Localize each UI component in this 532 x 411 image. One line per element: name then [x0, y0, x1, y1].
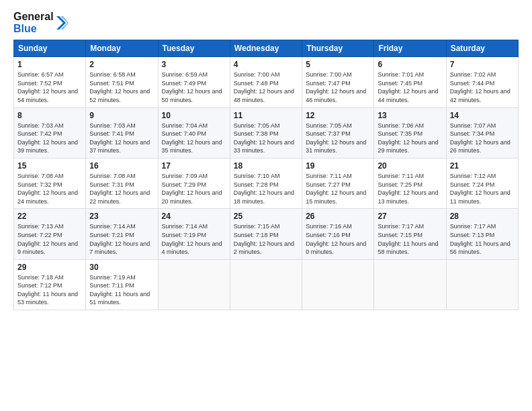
header-sunday: Sunday [14, 40, 86, 57]
day-info: Sunrise: 7:05 AMSunset: 7:38 PMDaylight:… [234, 122, 298, 155]
table-row: 18 Sunrise: 7:10 AMSunset: 7:28 PMDaylig… [230, 158, 302, 208]
table-row: 21 Sunrise: 7:12 AMSunset: 7:24 PMDaylig… [446, 158, 518, 208]
day-info: Sunrise: 7:01 AMSunset: 7:45 PMDaylight:… [378, 71, 442, 104]
day-info: Sunrise: 7:03 AMSunset: 7:41 PMDaylight:… [89, 122, 154, 155]
day-info: Sunrise: 7:08 AMSunset: 7:31 PMDaylight:… [89, 172, 154, 205]
logo-chevron-icon [56, 13, 69, 32]
calendar-week-row: 22 Sunrise: 7:13 AMSunset: 7:22 PMDaylig… [14, 209, 519, 259]
logo: General Blue [13, 11, 69, 34]
table-row: 17 Sunrise: 7:09 AMSunset: 7:29 PMDaylig… [158, 158, 230, 208]
header-wednesday: Wednesday [230, 40, 302, 57]
day-number: 10 [162, 111, 226, 120]
day-number: 2 [89, 60, 154, 69]
logo-general-text: General [13, 11, 54, 23]
day-info: Sunrise: 7:16 AMSunset: 7:16 PMDaylight:… [306, 222, 370, 256]
table-row [374, 259, 446, 310]
calendar-table: Sunday Monday Tuesday Wednesday Thursday… [13, 40, 519, 310]
day-info: Sunrise: 7:05 AMSunset: 7:37 PMDaylight:… [306, 122, 370, 155]
day-info: Sunrise: 7:04 AMSunset: 7:40 PMDaylight:… [162, 122, 226, 155]
table-row: 29 Sunrise: 7:18 AMSunset: 7:12 PMDaylig… [14, 259, 86, 310]
day-info: Sunrise: 7:11 AMSunset: 7:25 PMDaylight:… [378, 172, 442, 205]
weekday-header-row: Sunday Monday Tuesday Wednesday Thursday… [14, 40, 519, 57]
table-row: 13 Sunrise: 7:06 AMSunset: 7:35 PMDaylig… [374, 107, 446, 158]
table-row: 8 Sunrise: 7:03 AMSunset: 7:42 PMDayligh… [14, 107, 86, 158]
logo-blue-text: Blue [13, 23, 54, 35]
day-number: 21 [450, 161, 515, 171]
day-number: 28 [450, 212, 515, 221]
calendar-week-row: 1 Sunrise: 6:57 AMSunset: 7:52 PMDayligh… [14, 57, 519, 107]
day-info: Sunrise: 7:10 AMSunset: 7:28 PMDaylight:… [234, 172, 298, 205]
table-row: 5 Sunrise: 7:00 AMSunset: 7:47 PMDayligh… [302, 57, 374, 107]
day-number: 9 [89, 111, 154, 120]
header-tuesday: Tuesday [158, 40, 230, 57]
day-number: 12 [306, 111, 370, 120]
table-row: 28 Sunrise: 7:17 AMSunset: 7:13 PMDaylig… [446, 209, 518, 259]
page: General Blue Sunday Monday Tuesday Wedne… [0, 0, 532, 411]
table-row: 16 Sunrise: 7:08 AMSunset: 7:31 PMDaylig… [86, 158, 158, 208]
table-row: 30 Sunrise: 7:19 AMSunset: 7:11 PMDaylig… [86, 259, 158, 310]
day-number: 30 [89, 263, 154, 272]
table-row: 26 Sunrise: 7:16 AMSunset: 7:16 PMDaylig… [302, 209, 374, 259]
day-info: Sunrise: 7:15 AMSunset: 7:18 PMDaylight:… [234, 222, 298, 256]
table-row: 15 Sunrise: 7:08 AMSunset: 7:32 PMDaylig… [14, 158, 86, 208]
day-info: Sunrise: 7:08 AMSunset: 7:32 PMDaylight:… [17, 172, 82, 205]
day-number: 23 [89, 212, 154, 221]
table-row: 24 Sunrise: 7:14 AMSunset: 7:19 PMDaylig… [158, 209, 230, 259]
table-row [446, 259, 518, 310]
day-info: Sunrise: 7:14 AMSunset: 7:21 PMDaylight:… [89, 222, 154, 256]
day-number: 8 [17, 111, 82, 120]
table-row: 6 Sunrise: 7:01 AMSunset: 7:45 PMDayligh… [374, 57, 446, 107]
logo-wrapper: General Blue [13, 11, 69, 34]
table-row [158, 259, 230, 310]
day-info: Sunrise: 7:12 AMSunset: 7:24 PMDaylight:… [450, 172, 515, 205]
table-row: 20 Sunrise: 7:11 AMSunset: 7:25 PMDaylig… [374, 158, 446, 208]
day-number: 26 [306, 212, 370, 221]
day-number: 20 [378, 161, 442, 171]
header-saturday: Saturday [446, 40, 518, 57]
day-number: 5 [306, 60, 370, 69]
day-number: 1 [17, 60, 82, 69]
table-row: 10 Sunrise: 7:04 AMSunset: 7:40 PMDaylig… [158, 107, 230, 158]
day-info: Sunrise: 7:18 AMSunset: 7:12 PMDaylight:… [17, 273, 82, 307]
calendar-week-row: 15 Sunrise: 7:08 AMSunset: 7:32 PMDaylig… [14, 158, 519, 208]
table-row: 25 Sunrise: 7:15 AMSunset: 7:18 PMDaylig… [230, 209, 302, 259]
day-number: 19 [306, 161, 370, 171]
day-info: Sunrise: 7:07 AMSunset: 7:34 PMDaylight:… [450, 122, 515, 155]
header-friday: Friday [374, 40, 446, 57]
table-row: 9 Sunrise: 7:03 AMSunset: 7:41 PMDayligh… [86, 107, 158, 158]
day-number: 4 [234, 60, 298, 69]
table-row: 14 Sunrise: 7:07 AMSunset: 7:34 PMDaylig… [446, 107, 518, 158]
table-row: 3 Sunrise: 6:59 AMSunset: 7:49 PMDayligh… [158, 57, 230, 107]
table-row: 23 Sunrise: 7:14 AMSunset: 7:21 PMDaylig… [86, 209, 158, 259]
day-number: 13 [378, 111, 442, 120]
day-number: 17 [162, 161, 226, 171]
day-info: Sunrise: 6:57 AMSunset: 7:52 PMDaylight:… [17, 71, 82, 104]
day-info: Sunrise: 7:03 AMSunset: 7:42 PMDaylight:… [17, 122, 82, 155]
day-number: 16 [89, 161, 154, 171]
header: General Blue [13, 11, 519, 34]
table-row: 27 Sunrise: 7:17 AMSunset: 7:15 PMDaylig… [374, 209, 446, 259]
day-info: Sunrise: 6:59 AMSunset: 7:49 PMDaylight:… [162, 71, 226, 104]
table-row: 7 Sunrise: 7:02 AMSunset: 7:44 PMDayligh… [446, 57, 518, 107]
day-number: 3 [162, 60, 226, 69]
day-info: Sunrise: 7:00 AMSunset: 7:48 PMDaylight:… [234, 71, 298, 104]
day-info: Sunrise: 7:17 AMSunset: 7:13 PMDaylight:… [450, 222, 515, 256]
calendar-week-row: 8 Sunrise: 7:03 AMSunset: 7:42 PMDayligh… [14, 107, 519, 158]
day-info: Sunrise: 7:09 AMSunset: 7:29 PMDaylight:… [162, 172, 226, 205]
table-row: 4 Sunrise: 7:00 AMSunset: 7:48 PMDayligh… [230, 57, 302, 107]
day-number: 11 [234, 111, 298, 120]
day-info: Sunrise: 7:13 AMSunset: 7:22 PMDaylight:… [17, 222, 82, 256]
table-row: 1 Sunrise: 6:57 AMSunset: 7:52 PMDayligh… [14, 57, 86, 107]
day-info: Sunrise: 7:17 AMSunset: 7:15 PMDaylight:… [378, 222, 442, 256]
day-info: Sunrise: 7:14 AMSunset: 7:19 PMDaylight:… [162, 222, 226, 256]
table-row: 2 Sunrise: 6:58 AMSunset: 7:51 PMDayligh… [86, 57, 158, 107]
table-row: 11 Sunrise: 7:05 AMSunset: 7:38 PMDaylig… [230, 107, 302, 158]
day-info: Sunrise: 7:06 AMSunset: 7:35 PMDaylight:… [378, 122, 442, 155]
table-row: 12 Sunrise: 7:05 AMSunset: 7:37 PMDaylig… [302, 107, 374, 158]
calendar-week-row: 29 Sunrise: 7:18 AMSunset: 7:12 PMDaylig… [14, 259, 519, 310]
day-number: 6 [378, 60, 442, 69]
table-row: 22 Sunrise: 7:13 AMSunset: 7:22 PMDaylig… [14, 209, 86, 259]
day-number: 25 [234, 212, 298, 221]
day-info: Sunrise: 7:11 AMSunset: 7:27 PMDaylight:… [306, 172, 370, 205]
table-row [302, 259, 374, 310]
